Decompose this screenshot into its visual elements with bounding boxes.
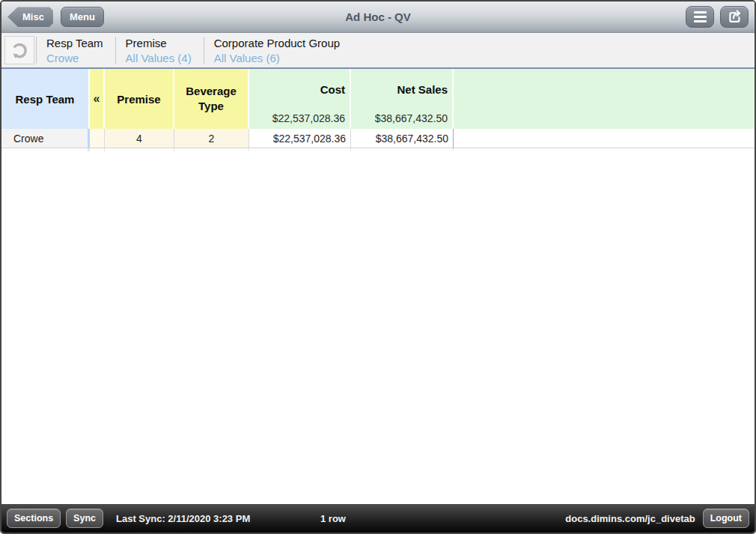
hamburger-menu-icon: [694, 10, 707, 24]
sections-button-label: Sections: [14, 513, 53, 524]
share-export-button[interactable]: [720, 6, 749, 28]
refresh-button[interactable]: [4, 36, 34, 64]
filter-premise[interactable]: Premise All Values (4): [116, 33, 204, 67]
data-table: Resp Team « Premise Beverage Type Cost $…: [1, 67, 755, 151]
top-toolbar: Misc Menu Ad Hoc - QV: [1, 1, 755, 33]
toolbar-right-group: [686, 6, 749, 28]
refresh-icon: [9, 40, 30, 61]
net-sales-total-value: $38,667,432.50: [375, 112, 448, 124]
filter-corporate-product-group[interactable]: Corporate Product Group All Values (6): [204, 33, 352, 67]
logout-button-label: Logout: [710, 513, 742, 524]
table-header-row: Resp Team « Premise Beverage Type Cost $…: [1, 69, 755, 129]
bottom-status-bar: Sections Sync Last Sync: 2/11/2020 3:23 …: [1, 504, 755, 533]
filter-value-link[interactable]: All Values (4): [126, 51, 192, 66]
menu-button-label: Menu: [70, 11, 95, 22]
sync-button-label: Sync: [73, 513, 96, 524]
sections-button[interactable]: Sections: [7, 509, 61, 529]
column-header-resp-team[interactable]: Resp Team: [1, 69, 90, 129]
table-partial-row: [1, 148, 755, 151]
column-header-cost-label: Cost: [320, 83, 345, 96]
cell-cost: $22,537,028.36: [249, 129, 351, 148]
bottom-right-group: docs.dimins.com/jc_divetab Logout: [565, 509, 749, 529]
app-window: Misc Menu Ad Hoc - QV: [0, 0, 756, 534]
filter-label: Resp Team: [46, 36, 103, 51]
column-header-cost[interactable]: Cost $22,537,028.36: [249, 69, 351, 129]
cell-premise: 4: [105, 129, 174, 148]
last-sync-status: Last Sync: 2/11/2020 3:23 PM: [116, 513, 250, 524]
column-header-net-sales-label: Net Sales: [397, 83, 448, 96]
filter-value-link[interactable]: Crowe: [46, 51, 103, 66]
cell-resp-team: Crowe: [1, 129, 90, 148]
sync-button[interactable]: Sync: [66, 509, 103, 529]
misc-back-button[interactable]: Misc: [7, 7, 53, 27]
server-url: docs.dimins.com/jc_divetab: [565, 513, 695, 524]
filter-bar: Resp Team Crowe Premise All Values (4) C…: [1, 33, 755, 67]
column-header-premise[interactable]: Premise: [105, 69, 174, 129]
share-export-icon: [726, 8, 743, 25]
table-row[interactable]: Crowe 4 2 $22,537,028.36 $38,667,432.50: [1, 129, 755, 148]
menu-button[interactable]: Menu: [61, 7, 104, 27]
header-filler: [454, 69, 755, 129]
misc-back-button-label: Misc: [22, 11, 44, 22]
cell-beverage-type: 2: [174, 129, 249, 148]
filter-value-link[interactable]: All Values (6): [214, 51, 340, 66]
cell-collapse-spacer: [90, 129, 105, 148]
cost-total-value: $22,537,028.36: [272, 112, 345, 124]
cell-net-sales: $38,667,432.50: [351, 129, 454, 148]
column-header-beverage-type[interactable]: Beverage Type: [174, 69, 249, 129]
row-count: 1 row: [320, 513, 346, 524]
filter-label: Premise: [126, 36, 192, 51]
cell-filler: [454, 129, 755, 148]
column-header-net-sales[interactable]: Net Sales $38,667,432.50: [351, 69, 454, 129]
collapse-columns-button[interactable]: «: [90, 69, 105, 129]
logout-button[interactable]: Logout: [703, 509, 749, 529]
list-menu-button[interactable]: [686, 6, 714, 28]
filter-resp-team[interactable]: Resp Team Crowe: [37, 33, 115, 67]
filter-label: Corporate Product Group: [214, 36, 340, 51]
page-title: Ad Hoc - QV: [1, 10, 755, 23]
